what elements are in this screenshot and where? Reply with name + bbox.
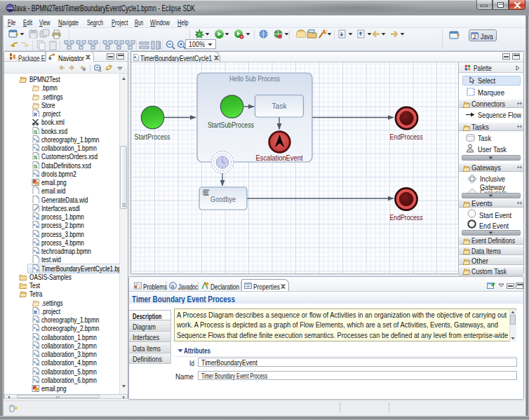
svg-text:Hello Sub Process: Hello Sub Process: [229, 74, 280, 83]
svg-text:StartSubProcess: StartSubProcess: [208, 121, 254, 129]
svg-text:J: J: [473, 34, 476, 40]
svg-text:a: a: [171, 283, 175, 290]
svg-text:EndProcess: EndProcess: [390, 133, 423, 141]
svg-text:Goodbye: Goodbye: [210, 195, 236, 203]
svg-text:StartProcess: StartProcess: [135, 133, 170, 141]
svg-text:S: S: [34, 163, 38, 169]
svg-text:S: S: [34, 128, 38, 135]
svg-text:EscalationEvent: EscalationEvent: [256, 154, 303, 162]
svg-text:S: S: [34, 154, 38, 161]
svg-text:Task: Task: [272, 102, 287, 110]
svg-text:EndProcess: EndProcess: [390, 213, 423, 222]
